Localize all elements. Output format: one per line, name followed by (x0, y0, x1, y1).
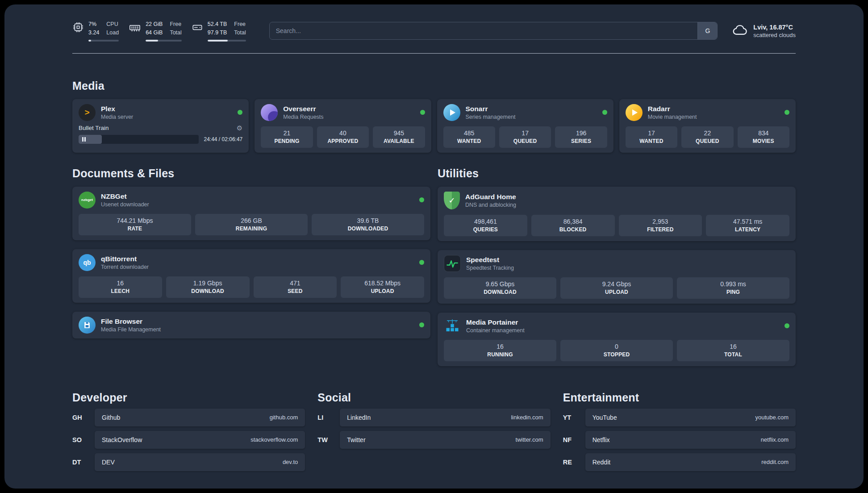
stat-tile-queries: 498,461QUERIES (444, 215, 527, 236)
disk-total-value: 97.9 TB (208, 29, 227, 37)
stat-label: DOWNLOAD (168, 288, 248, 294)
app-card-overseerr[interactable]: OverseerrMedia Requests21PENDING40APPROV… (255, 99, 431, 153)
bookmark-row: NFNetflixnetflix.com (563, 431, 796, 449)
bookmark-group-entertainment: EntertainmentYTYouTubeyoutube.comNFNetfl… (563, 391, 796, 471)
stat-label: REMAINING (197, 226, 306, 232)
stat-label: RATE (80, 226, 189, 232)
bookmark-row: YTYouTubeyoutube.com (563, 409, 796, 426)
status-dot (602, 110, 607, 115)
stat-value: 39.6 TB (313, 217, 422, 224)
bookmark-link-netflix[interactable]: Netflixnetflix.com (585, 431, 796, 449)
stat-value: 471 (255, 280, 335, 287)
stat-value: 945 (375, 130, 423, 137)
weather-location-temp: Lviv, 16.87°C (753, 24, 796, 31)
app-card-qbittorrent[interactable]: qbqBittorrentTorrent downloader16LEECH1.… (72, 249, 430, 303)
stat-tile-filtered: 2,953FILTERED (619, 215, 702, 236)
bookmark-link-stackoverflow[interactable]: StackOverflowstackoverflow.com (95, 431, 305, 449)
cpu-metric-body: 7% 3.24 CPU Load (88, 21, 119, 42)
cpu-progress-bar (88, 40, 119, 42)
stat-label: TOTAL (679, 351, 788, 358)
app-card-header: SonarrSeries management (443, 104, 607, 121)
radarr-icon (626, 104, 643, 121)
bookmark-row: TWTwittertwitter.com (317, 431, 550, 449)
bookmark-link-dev[interactable]: DEVdev.to (95, 453, 305, 471)
section-title-documents-files: Documents & Files (72, 167, 430, 180)
section-title-media: Media (72, 79, 796, 92)
ram-metric-body: 22 GiB 64 GiB Free Total (146, 21, 182, 42)
playback-progress-bar[interactable] (79, 135, 199, 144)
gear-icon[interactable]: ⚙ (237, 125, 242, 131)
stat-value: 196 (557, 130, 605, 137)
status-dot (238, 110, 242, 115)
stat-label: PING (679, 289, 788, 295)
now-playing-title: Bullet Train (79, 125, 109, 131)
speedtest-icon (444, 255, 461, 272)
app-card-media-portainer[interactable]: Media PortainerContainer management16RUN… (438, 313, 796, 366)
bookmark-link-linkedin[interactable]: LinkedInlinkedin.com (340, 409, 550, 426)
app-card-speedtest[interactable]: SpeedtestSpeedtest Tracking9.65 GbpsDOWN… (438, 250, 796, 304)
bookmark-abbr: RE (563, 459, 585, 466)
bookmark-name: StackOverflow (102, 436, 142, 443)
app-name: qBittorrent (101, 255, 149, 263)
app-titles: SpeedtestSpeedtest Tracking (466, 256, 514, 271)
app-titles: NZBGetUsenet downloader (101, 192, 149, 208)
stat-tile-latency: 47.571 msLATENCY (706, 215, 789, 236)
stat-tile-total: 16TOTAL (677, 340, 789, 361)
app-subtitle: Series management (466, 114, 516, 120)
app-card-header: qbqBittorrentTorrent downloader (79, 254, 424, 271)
bookmark-link-github[interactable]: Githubgithub.com (95, 409, 305, 426)
stat-value: 2,953 (621, 218, 701, 225)
app-name: NZBGet (101, 192, 149, 201)
stat-tile-wanted: 485WANTED (443, 126, 495, 148)
topbar-divider (72, 53, 796, 54)
ram-progress-fill (146, 40, 158, 42)
pause-icon[interactable] (82, 137, 86, 142)
ram-total-label: Total (170, 29, 181, 37)
stat-tile-upload: 618.52 MbpsUPLOAD (341, 276, 424, 298)
bookmark-link-reddit[interactable]: Redditreddit.com (585, 453, 796, 471)
bookmark-link-youtube[interactable]: YouTubeyoutube.com (585, 409, 796, 426)
app-titles: PlexMedia server (101, 105, 133, 120)
cpu-load-average: 3.24 (88, 29, 99, 37)
app-card-header: OverseerrMedia Requests (261, 104, 425, 121)
stat-value: 17 (627, 130, 676, 137)
stat-value: 0.993 ms (679, 280, 788, 288)
app-card-sonarr[interactable]: SonarrSeries management485WANTED17QUEUED… (437, 99, 613, 153)
stat-tile-available: 945AVAILABLE (373, 126, 425, 148)
sonarr-icon (443, 104, 460, 121)
disk-progress-fill (208, 40, 228, 42)
app-card-nzbget[interactable]: nzbgetNZBGetUsenet downloader744.21 Mbps… (72, 187, 430, 240)
stat-label: STOPPED (562, 351, 671, 358)
dashboard-content: 7% 3.24 CPU Load (72, 21, 796, 471)
playback-time: 24:44 / 02:06:47 (204, 136, 243, 142)
app-titles: qBittorrentTorrent downloader (101, 255, 149, 270)
search-bar: G (269, 22, 718, 40)
bookmark-group-title: Developer (72, 391, 305, 404)
stat-tiles: 485WANTED17QUEUED196SERIES (443, 126, 607, 148)
search-engine-button[interactable]: G (697, 22, 717, 39)
ram-metric: 22 GiB 64 GiB Free Total (129, 21, 182, 42)
stat-tiles: 9.65 GbpsDOWNLOAD9.24 GbpsUPLOAD0.993 ms… (444, 277, 789, 299)
app-card-file-browser[interactable]: File BrowserMedia File Management (72, 312, 430, 338)
app-card-header: File BrowserMedia File Management (79, 317, 424, 334)
app-card-header: SpeedtestSpeedtest Tracking (444, 255, 789, 272)
search-input[interactable] (269, 22, 718, 40)
app-subtitle: Media Requests (283, 114, 323, 120)
app-name: Sonarr (466, 105, 516, 113)
disk-icon (192, 21, 203, 35)
cpu-load-label: Load (106, 29, 119, 37)
app-card-adguard-home[interactable]: ✓AdGuard HomeDNS and adblocking498,461QU… (438, 187, 796, 241)
bookmark-abbr: LI (317, 414, 340, 421)
app-card-plex[interactable]: >PlexMedia serverBullet Train⚙24:44 / 02… (72, 99, 249, 153)
app-name: Radarr (648, 105, 697, 113)
bookmark-abbr: YT (563, 414, 585, 421)
stat-tile-stopped: 0STOPPED (560, 340, 673, 361)
app-card-radarr[interactable]: RadarrMovie management17WANTED22QUEUED83… (619, 99, 796, 153)
stat-label: WANTED (627, 138, 676, 144)
stat-label: MOVIES (739, 138, 788, 144)
bookmark-url: netflix.com (761, 436, 789, 443)
bookmark-link-twitter[interactable]: Twittertwitter.com (340, 431, 550, 449)
bookmark-abbr: GH (72, 414, 95, 421)
stat-value: 16 (446, 343, 555, 350)
plex-icon: > (79, 104, 96, 121)
